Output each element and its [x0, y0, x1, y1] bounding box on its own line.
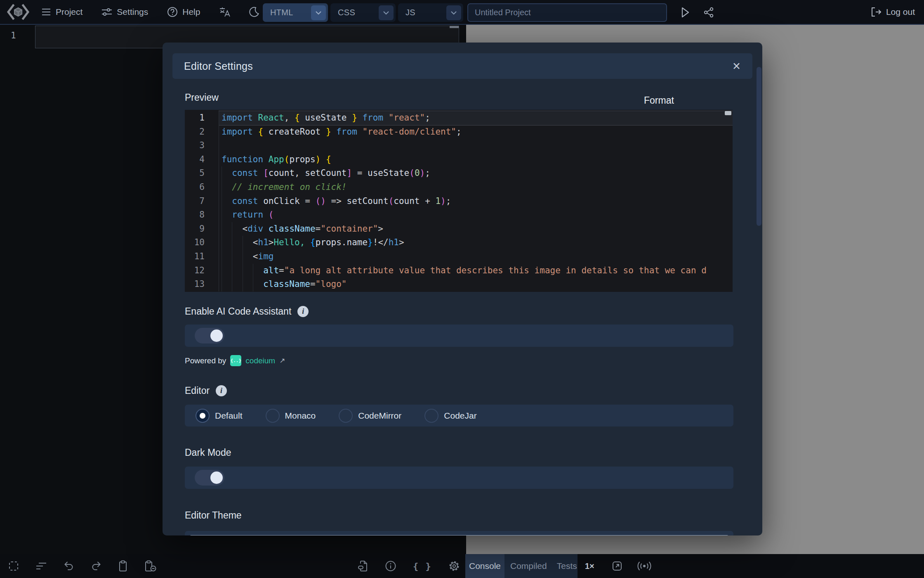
menu-help-label: Help [182, 7, 200, 17]
code-lines: 1import React, { useState } from "react"… [185, 111, 733, 291]
zoom-level-button[interactable]: 1× [585, 554, 594, 578]
format-lines-button[interactable] [35, 561, 47, 571]
undo-button[interactable] [64, 561, 74, 571]
js-options-button[interactable] [446, 5, 461, 20]
editor-settings-button[interactable] [448, 560, 460, 572]
code-line[interactable]: 5 const [count, setCount] = useState(0); [185, 166, 733, 180]
bottom-bar: { } Console Compiled Tests 1× [0, 554, 924, 578]
open-in-new-icon [611, 560, 623, 572]
radio-monaco-label: Monaco [285, 411, 316, 421]
code-line[interactable]: 3 [185, 139, 733, 153]
radio-codemirror-label: CodeMirror [358, 411, 401, 421]
code-line[interactable]: 4function App(props) { [185, 153, 733, 167]
paste-button[interactable] [118, 560, 128, 572]
dark-mode-toggle-button[interactable] [249, 7, 259, 17]
codeium-icon: {..} [230, 355, 241, 366]
share-button[interactable] [703, 7, 714, 18]
translate-icon [219, 7, 231, 17]
redo-button[interactable] [91, 561, 101, 571]
clipboard-icon [118, 560, 128, 572]
info-icon[interactable]: i [297, 306, 309, 317]
css-options-button[interactable] [379, 5, 394, 20]
run-button[interactable] [680, 7, 691, 18]
line-number: 5 [185, 166, 219, 180]
modal-header: Editor Settings ✕ [172, 53, 752, 79]
radio-codejar-label: CodeJar [444, 411, 476, 421]
html-options-button[interactable] [311, 5, 326, 20]
editor-scrollbar-thumb[interactable] [450, 26, 459, 28]
radio-default-label: Default [215, 411, 243, 421]
close-icon[interactable]: ✕ [732, 61, 741, 71]
code-line[interactable]: 11 <img [185, 250, 733, 264]
select-all-icon [8, 561, 19, 571]
code-line[interactable]: 9 <div className="container"> [185, 222, 733, 236]
codeium-link[interactable]: codeium [245, 356, 275, 365]
project-name-input[interactable] [467, 3, 667, 22]
modal-scrollbar-thumb[interactable] [757, 67, 761, 226]
radio-option-monaco[interactable]: Monaco [266, 409, 316, 423]
editor-theme-heading: Editor Theme [185, 510, 242, 521]
code-line[interactable]: 10 <h1>Hello, {props.name}!</h1> [185, 236, 733, 250]
info-button[interactable] [385, 560, 396, 572]
open-preview-button[interactable] [611, 560, 623, 572]
code-line[interactable]: 2import { createRoot } from "react-dom/c… [185, 125, 733, 139]
code-line[interactable]: 1import React, { useState } from "react"… [185, 111, 733, 125]
radio-unselected-icon [424, 409, 438, 423]
code-line[interactable]: 13 className="logo" [185, 277, 733, 291]
app-logo[interactable] [7, 3, 30, 21]
ai-assistant-toggle[interactable] [195, 328, 224, 343]
menu-project[interactable]: Project [41, 7, 82, 17]
code-line[interactable]: 8 return ( [185, 208, 733, 222]
menu-icon [41, 8, 51, 16]
select-all-button[interactable] [8, 561, 19, 571]
dark-mode-toggle-panel [185, 467, 733, 489]
radio-option-codejar[interactable]: CodeJar [424, 409, 476, 423]
code-line[interactable]: 6 // increment on click! [185, 180, 733, 194]
ai-assistant-heading: Enable AI Code Assistant i [185, 306, 309, 317]
top-bar: Project Settings [0, 0, 924, 25]
zoom-level-label: 1× [585, 561, 594, 571]
code-line[interactable]: 12 alt="a long alt attribute value that … [185, 264, 733, 278]
code-line[interactable]: 7 const onClick = () => setCount(count +… [185, 194, 733, 208]
ai-assistant-toggle-panel [185, 325, 733, 347]
tab-js[interactable]: JS [398, 3, 463, 22]
clipboard-clear-icon [144, 560, 157, 572]
logo-cube-brackets-icon [7, 3, 30, 21]
dark-mode-toggle[interactable] [195, 470, 224, 486]
editor-line-number: 1 [11, 31, 16, 40]
radio-option-codemirror[interactable]: CodeMirror [339, 409, 401, 423]
live-reload-button[interactable] [637, 560, 652, 572]
logout-button[interactable]: Log out [871, 0, 915, 24]
radio-unselected-icon [339, 409, 353, 423]
tab-tests[interactable]: Tests [557, 561, 577, 571]
code-scrollbar-thumb[interactable] [725, 111, 731, 115]
line-number: 3 [185, 139, 219, 153]
menu-help[interactable]: Help [167, 7, 200, 17]
help-icon [167, 7, 178, 17]
chevron-down-icon [383, 11, 389, 15]
format-button[interactable]: Format [644, 95, 674, 106]
code-preview[interactable]: 1import React, { useState } from "react"… [185, 110, 733, 292]
modal-title: Editor Settings [184, 60, 253, 72]
tab-css-label: CSS [338, 8, 355, 17]
info-icon[interactable]: i [216, 385, 227, 396]
tab-css[interactable]: CSS [330, 3, 396, 22]
line-number: 13 [185, 277, 219, 291]
editor-theme-select[interactable] [189, 535, 729, 535]
line-number: 12 [185, 264, 219, 278]
line-number: 7 [185, 194, 219, 208]
braces-button[interactable]: { } [413, 561, 432, 571]
editor-choice-panel: Default Monaco CodeMirror CodeJar [185, 405, 733, 426]
tab-js-label: JS [405, 8, 415, 17]
radio-option-default[interactable]: Default [196, 409, 243, 423]
tab-console[interactable]: Console [465, 554, 504, 578]
menu-settings[interactable]: Settings [101, 7, 148, 17]
translate-button[interactable] [219, 7, 231, 17]
file-link-button[interactable] [358, 560, 368, 572]
tab-compiled[interactable]: Compiled [510, 561, 547, 571]
clear-button[interactable] [144, 560, 157, 572]
align-lines-icon [35, 561, 47, 571]
tab-html[interactable]: HTML [263, 3, 328, 22]
line-number: 4 [185, 153, 219, 167]
line-number: 10 [185, 236, 219, 250]
